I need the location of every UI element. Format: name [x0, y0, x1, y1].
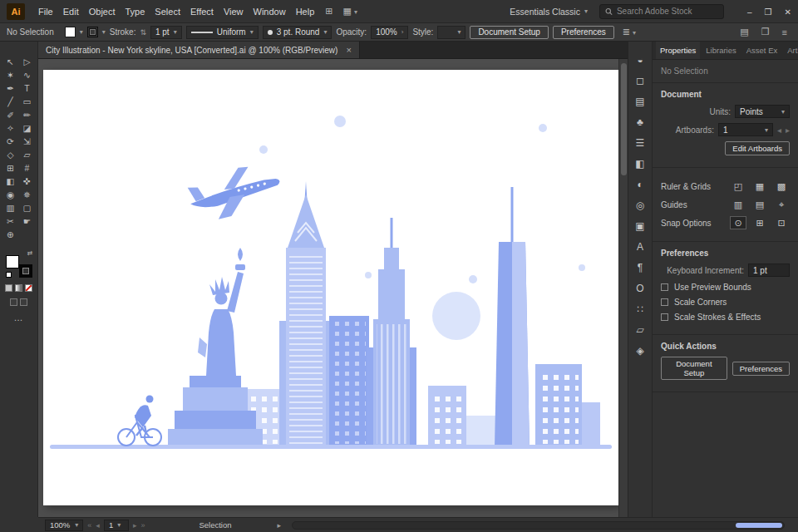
- magic-wand-tool-icon[interactable]: ✶: [2, 68, 19, 81]
- hand-tool-icon[interactable]: ☛: [19, 214, 36, 228]
- paintbrush-tool-icon[interactable]: ✐: [2, 108, 19, 121]
- line-segment-tool-icon[interactable]: ╱: [2, 95, 19, 108]
- type-tool-icon[interactable]: T: [19, 81, 36, 95]
- status-expand-icon[interactable]: ▸: [278, 521, 282, 530]
- gradient-panel-icon[interactable]: ◧: [635, 157, 644, 170]
- align-options-icon[interactable]: ≣ ▾: [623, 27, 636, 37]
- column-graph-tool-icon[interactable]: ▥: [2, 201, 19, 214]
- quick-preferences-button[interactable]: Preferences: [732, 362, 790, 376]
- airplane[interactable]: [185, 161, 283, 224]
- rotate-tool-icon[interactable]: ⟳: [2, 135, 19, 148]
- eyedropper-tool-icon[interactable]: ✜: [19, 175, 36, 188]
- next-artboard-icon[interactable]: ▸: [786, 126, 790, 135]
- first-artboard-icon[interactable]: «: [87, 521, 91, 530]
- last-artboard-icon[interactable]: »: [140, 521, 145, 530]
- smart-guides-icon[interactable]: ⌖: [773, 198, 790, 211]
- one-world-trade-center[interactable]: [495, 187, 530, 447]
- slice-tool-icon[interactable]: ✂: [2, 214, 19, 228]
- moon[interactable]: [432, 292, 480, 340]
- document-tab[interactable]: City Illustration - New York skyline, US…: [38, 42, 360, 58]
- edit-artboards-button[interactable]: Edit Artboards: [725, 141, 790, 155]
- transform-panel-icon[interactable]: ▱: [636, 323, 643, 336]
- arrange-documents-icon[interactable]: ▦ ▾: [343, 6, 357, 17]
- rectangle-tool-icon[interactable]: ▭: [19, 95, 36, 108]
- minimize-button[interactable]: –: [747, 7, 752, 17]
- artboard[interactable]: [43, 70, 618, 505]
- horizontal-scrollbar-thumb[interactable]: [736, 523, 782, 528]
- swap-fill-stroke-icon[interactable]: ⇄: [27, 249, 33, 257]
- units-select[interactable]: Points▾: [735, 105, 790, 118]
- symbol-sprayer-tool-icon[interactable]: ✵: [19, 188, 36, 201]
- width-profile-select[interactable]: Uniform▾: [186, 26, 259, 39]
- artboards-select[interactable]: 1▾: [718, 123, 773, 136]
- gradient-mode-button[interactable]: [15, 284, 22, 292]
- width-tool-icon[interactable]: ◇: [2, 148, 19, 161]
- mesh-tool-icon[interactable]: #: [19, 161, 36, 175]
- stroke-panel-icon[interactable]: ☰: [636, 136, 645, 149]
- menu-view[interactable]: View: [219, 7, 249, 17]
- document-grid-icon[interactable]: ⊞: [325, 6, 332, 17]
- menu-help[interactable]: Help: [291, 7, 320, 17]
- graphic-styles-panel-icon[interactable]: ▣: [635, 219, 644, 232]
- snap-to-point-icon[interactable]: ⊙: [730, 216, 746, 229]
- tab-artboards[interactable]: Artboard: [783, 42, 798, 59]
- close-tab-icon[interactable]: ×: [346, 45, 351, 55]
- canvas-area[interactable]: [38, 59, 628, 517]
- stroke-dropdown-icon[interactable]: ▾: [102, 28, 106, 36]
- ground-line[interactable]: [50, 445, 612, 449]
- close-button[interactable]: ✕: [785, 7, 791, 17]
- fill-dropdown-icon[interactable]: ▾: [80, 28, 83, 36]
- hamburger-menu-icon[interactable]: ≡: [782, 27, 787, 37]
- horizontal-scrollbar[interactable]: [292, 521, 785, 530]
- appearance-panel-icon[interactable]: ◎: [636, 199, 644, 211]
- draw-mode-button[interactable]: [10, 298, 17, 306]
- artboard-number-field[interactable]: 1▾: [104, 520, 129, 531]
- prev-artboard-icon[interactable]: ◂: [777, 126, 781, 135]
- none-mode-button[interactable]: [25, 284, 32, 292]
- vertical-scrollbar-thumb[interactable]: [621, 63, 627, 175]
- shaper-tool-icon[interactable]: ✧: [2, 121, 19, 135]
- right-low-building[interactable]: [582, 402, 600, 447]
- midtown-building[interactable]: [329, 316, 369, 447]
- selection-tool-icon[interactable]: ↖: [2, 55, 19, 68]
- menu-file[interactable]: File: [33, 7, 58, 17]
- scale-strokes-effects-checkbox[interactable]: Scale Strokes & Effects: [661, 313, 790, 322]
- cyclist[interactable]: [118, 396, 161, 446]
- tab-properties[interactable]: Properties: [656, 42, 700, 59]
- lock-guides-icon[interactable]: ▤: [751, 198, 768, 211]
- color-mode-button[interactable]: [5, 284, 12, 292]
- menu-edit[interactable]: Edit: [58, 7, 84, 17]
- scale-corners-checkbox[interactable]: Scale Corners: [661, 298, 790, 307]
- layers-panel-icon[interactable]: ◈: [636, 344, 643, 357]
- low-rise-building[interactable]: [466, 416, 500, 447]
- show-rulers-icon[interactable]: ◰: [730, 180, 746, 193]
- screen-mode-button[interactable]: [20, 298, 27, 306]
- empire-state-building[interactable]: [367, 218, 416, 447]
- fill-swatch[interactable]: [6, 255, 19, 268]
- free-transform-tool-icon[interactable]: ▱: [19, 148, 36, 161]
- snap-to-pixel-icon[interactable]: ⊡: [773, 216, 790, 229]
- color-panel-icon[interactable]: ◒: [637, 53, 643, 66]
- stroke-weight-select[interactable]: 1 pt▾: [150, 26, 182, 39]
- zoom-level-select[interactable]: 100%▾: [45, 520, 83, 531]
- status-prev-artboard-icon[interactable]: ◂: [96, 521, 100, 530]
- menu-effect[interactable]: Effect: [185, 7, 219, 17]
- swatches-panel-icon[interactable]: ▤: [635, 95, 644, 107]
- restore-button[interactable]: ❐: [765, 7, 772, 17]
- blend-tool-icon[interactable]: ◉: [2, 188, 19, 201]
- menu-window[interactable]: Window: [249, 7, 291, 17]
- snap-to-grid-icon[interactable]: ⊞: [751, 216, 768, 229]
- quick-document-setup-button[interactable]: Document Setup: [661, 357, 727, 380]
- zoom-tool-icon[interactable]: ⊕: [2, 228, 19, 241]
- stroke-swatch[interactable]: [19, 264, 32, 278]
- direct-selection-tool-icon[interactable]: ▷: [19, 55, 36, 68]
- fill-color-swatch[interactable]: [65, 27, 76, 37]
- opentype-panel-icon[interactable]: O: [636, 282, 643, 294]
- fill-stroke-indicator[interactable]: ⇄: [6, 251, 32, 278]
- paragraph-panel-icon[interactable]: ¶: [638, 261, 643, 273]
- artboard-tool-icon[interactable]: ▢: [19, 201, 36, 214]
- symbols-panel-icon[interactable]: ♣: [637, 116, 643, 128]
- use-preview-bounds-checkbox[interactable]: Use Preview Bounds: [661, 283, 790, 292]
- transparency-panel-icon[interactable]: ◐: [637, 178, 643, 190]
- stroke-color-swatch[interactable]: [87, 27, 98, 37]
